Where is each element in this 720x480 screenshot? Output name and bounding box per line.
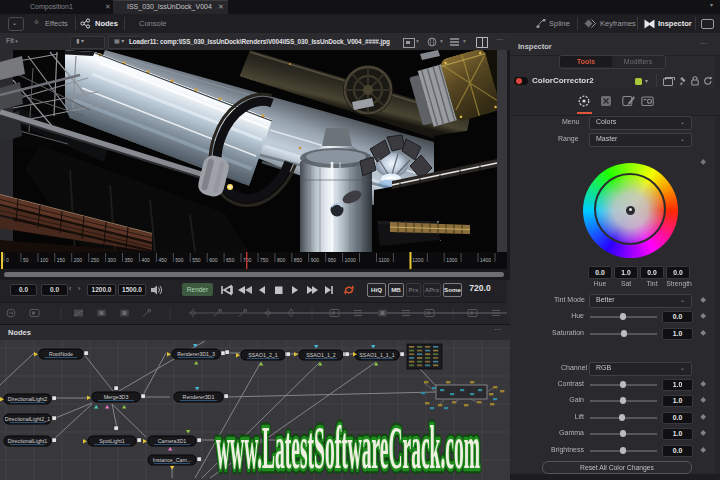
svg-text:www.LatestSoftwareCrack.com: www.LatestSoftwareCrack.com (216, 413, 480, 480)
